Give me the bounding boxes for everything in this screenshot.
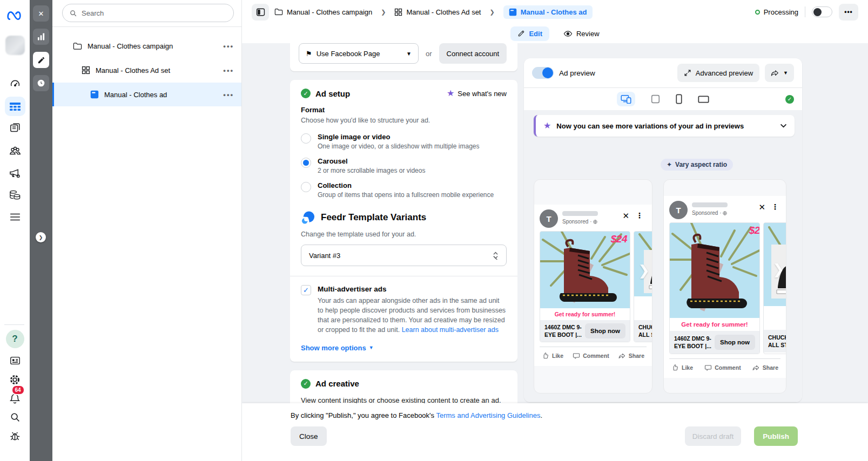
billing-coins-icon[interactable] (5, 185, 25, 205)
tile-caption (634, 308, 652, 320)
see-whats-new-link[interactable]: ★ See what's new (447, 89, 507, 98)
audiences-icon[interactable] (5, 141, 25, 160)
connect-account-button[interactable]: Connect account (439, 43, 507, 64)
format-option-single[interactable]: Single image or video One image or video… (301, 133, 507, 150)
product-title: CHUCK (768, 334, 786, 341)
radio-unselected[interactable] (301, 133, 311, 144)
tree-item-campaign[interactable]: Manual - Clothes campaign ••• (52, 34, 241, 58)
device-square-button[interactable] (651, 94, 660, 104)
tab-review[interactable]: Review (563, 30, 600, 38)
hide-ad-icon[interactable]: ✕ (758, 202, 765, 212)
tile-caption: G (634, 296, 652, 308)
rail-divider (4, 324, 24, 325)
hide-ad-icon[interactable]: ✕ (622, 211, 629, 221)
carousel-tile-2[interactable]: G CHUCK ALL ST... (634, 231, 652, 342)
tree-search-input[interactable]: Search (62, 4, 234, 22)
adset-options-button[interactable]: ••• (223, 66, 234, 74)
share-button[interactable]: Share (618, 352, 644, 360)
comment-button[interactable]: Comment (704, 364, 741, 371)
share-button[interactable]: Share (752, 364, 778, 371)
sidebar-panel-icon (256, 8, 265, 17)
clock-icon (37, 79, 45, 87)
performance-chart-button[interactable] (33, 29, 49, 45)
ad-setup-card: ✓ Ad setup ★ See what's new Format Choos… (290, 80, 517, 362)
status-text: Processing (764, 8, 798, 16)
report-bug-icon[interactable] (5, 426, 25, 446)
device-landscape-button[interactable] (698, 96, 709, 103)
ad-preview-toggle[interactable] (532, 67, 554, 79)
carousel-tile-1[interactable]: $24 Get ready for summer! 1460Z DMC 9-EY… (540, 231, 630, 342)
pages-icon[interactable] (5, 118, 25, 138)
format-option-carousel[interactable]: Carousel 2 or more scrollable images or … (301, 157, 507, 174)
multi-advertiser-option[interactable]: ✓ Multi-advertiser ads Your ads can appe… (301, 285, 507, 335)
ads-megaphone-icon[interactable] (5, 163, 25, 182)
shop-now-button[interactable]: Shop now (715, 335, 755, 350)
device-portrait-button[interactable] (676, 94, 682, 104)
campaign-tree-panel: Search Manual - Clothes campaign ••• Man… (52, 0, 242, 461)
carousel-tile-1[interactable]: $24 Get ready for summer! 1460Z DMC 9-EY… (669, 222, 760, 354)
ad-status-toggle[interactable] (812, 6, 832, 17)
section-complete-icon: ✓ (301, 89, 311, 98)
checkbox-checked[interactable]: ✓ (301, 285, 311, 295)
search-icon (69, 9, 77, 17)
all-tools-menu-icon[interactable] (5, 207, 25, 227)
terms-link[interactable]: Terms and Advertising Guidelines (436, 411, 540, 419)
meta-logo (5, 6, 25, 25)
ad-menu-icon[interactable]: ⋮ (636, 211, 643, 220)
folder-icon (73, 42, 82, 50)
search-rail-icon[interactable] (5, 408, 25, 427)
campaign-options-button[interactable]: ••• (223, 42, 234, 50)
multi-advertiser-learn-link[interactable]: Learn about multi-advertiser ads (402, 326, 499, 334)
edit-pencil-button[interactable] (33, 52, 49, 68)
carousel-next-icon[interactable]: ❯ (772, 261, 784, 278)
comment-button[interactable]: Comment (573, 352, 609, 360)
ad-options-button[interactable]: ••• (223, 91, 234, 99)
close-editor-button[interactable]: ✕ (33, 5, 49, 22)
more-options-button[interactable]: ••• (839, 4, 858, 21)
tree-item-adset[interactable]: Manual - Clothes Ad set ••• (52, 58, 241, 82)
mode-tabs: Edit Review (242, 24, 868, 43)
breadcrumb-ad-active[interactable]: Manual - Clothes ad (503, 5, 593, 19)
help-icon[interactable]: ? (5, 329, 25, 349)
expand-panel-button[interactable]: ❯ (36, 232, 46, 242)
ad-menu-icon[interactable]: ⋮ (771, 202, 779, 211)
radio-selected[interactable] (301, 158, 311, 168)
tree-item-ad[interactable]: Manual - Clothes ad ••• (52, 83, 241, 106)
discard-draft-button[interactable]: Discard draft (685, 426, 742, 446)
variant-select[interactable]: Variant #3 (301, 245, 507, 266)
breadcrumb-campaign[interactable]: Manual - Clothes campaign (274, 8, 372, 16)
toggle-sidebar-button[interactable] (252, 4, 269, 21)
publish-button[interactable]: Publish (754, 426, 798, 446)
app-icon-rail: ? 64 (0, 0, 30, 461)
variations-banner[interactable]: ★ Now you can see more variations of you… (534, 115, 795, 137)
overview-gauge-icon[interactable] (5, 74, 25, 93)
device-all-button[interactable] (617, 92, 635, 106)
advanced-preview-button[interactable]: Advanced preview (677, 64, 759, 82)
account-avatar[interactable] (5, 36, 25, 55)
format-option-collection[interactable]: Collection Group of items that opens int… (301, 181, 507, 199)
radio-unselected[interactable] (301, 182, 311, 192)
updates-news-icon[interactable] (5, 351, 25, 370)
vary-aspect-ratio-pill[interactable]: ✦ Vary aspect ratio (661, 159, 733, 171)
carousel-next-icon[interactable]: ❯ (638, 262, 650, 279)
tab-edit[interactable]: Edit (510, 26, 549, 41)
product-title: 1460Z DMC 9-EYE BOOT |... (544, 323, 582, 338)
carousel-tile-2[interactable]: Ge CHUCK ALL ST. (763, 222, 786, 354)
ads-manager-table-icon[interactable] (5, 97, 25, 116)
close-button[interactable]: Close (291, 426, 327, 446)
history-clock-button[interactable] (33, 75, 49, 91)
close-icon: ✕ (38, 10, 44, 18)
section-complete-icon: ✓ (301, 379, 311, 389)
notifications-bell-icon[interactable]: 64 (5, 389, 25, 408)
show-more-options-link[interactable]: Show more options ▼ (301, 344, 507, 352)
feedr-desc: Change the template used for your ad. (301, 230, 507, 240)
like-button[interactable]: Like (671, 364, 693, 371)
folder-icon (274, 8, 283, 16)
facebook-page-dropdown[interactable]: ⚑ Use Facebook Page ▼ (299, 43, 419, 64)
breadcrumb-adset[interactable]: Manual - Clothes Ad set (394, 8, 481, 16)
shop-now-button[interactable]: Shop now (585, 323, 625, 338)
share-preview-button[interactable]: ▼ (765, 64, 794, 82)
like-button[interactable]: Like (542, 352, 563, 360)
tile-caption: Get ready for summer! (540, 308, 630, 320)
ad-preview-card-2: T Sponsored · ✕ ⋮ (663, 179, 786, 394)
